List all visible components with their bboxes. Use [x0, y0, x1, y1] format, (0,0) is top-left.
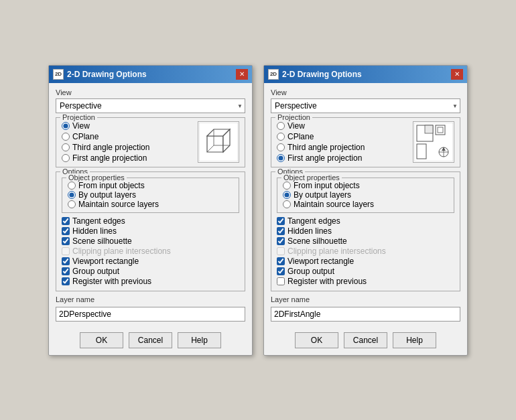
obj-props-radio-label-2: Maintain source layers [294, 200, 374, 209]
projection-radio-label-0: View [287, 121, 305, 131]
projection-radio-3[interactable] [277, 154, 285, 162]
dialogs-container: 2D 2-D Drawing Options ✕ View Perspectiv… [35, 52, 481, 369]
obj-props-radio-2[interactable] [283, 200, 291, 208]
obj-props-label: Object properties [66, 173, 127, 182]
checkbox-5[interactable] [62, 267, 70, 275]
checkbox-label-2: Scene silhouette [72, 236, 132, 246]
obj-props-radio-label-1: By output layers [78, 190, 136, 200]
projection-radio-2[interactable] [62, 143, 70, 151]
button-row: OK Cancel Help [264, 327, 467, 355]
projection-radio-1[interactable] [62, 133, 70, 141]
checkbox-row-6: Register with previous [277, 277, 454, 286]
projection-image [198, 121, 239, 163]
checkbox-row-4: Viewport rectangle [277, 257, 454, 266]
checkbox-6[interactable] [62, 277, 70, 285]
checkbox-label-1: Hidden lines [287, 226, 332, 236]
checkbox-label-4: Viewport rectangle [72, 257, 139, 266]
projection-area: View CPlane Third angle projection [62, 121, 239, 163]
obj-props-radio-1[interactable] [68, 191, 76, 199]
svg-rect-12 [417, 144, 426, 159]
checkbox-2[interactable] [62, 237, 70, 245]
ok-button[interactable]: OK [295, 332, 338, 348]
checkbox-3[interactable] [62, 247, 70, 255]
cancel-button[interactable]: Cancel [129, 332, 172, 348]
obj-props-radio-0[interactable] [68, 182, 76, 190]
obj-props-radio-row-0: From input objects [68, 181, 233, 190]
options-group: Options Object properties From input obj… [56, 171, 245, 291]
checkbox-row-5: Group output [277, 267, 454, 276]
projection-radio-row-2: Third angle projection [62, 143, 192, 152]
close-button[interactable]: ✕ [451, 69, 463, 80]
button-row: OK Cancel Help [49, 327, 252, 355]
projection-group-label: Projection [275, 113, 312, 121]
checkbox-label-4: Viewport rectangle [287, 257, 354, 266]
checkbox-4[interactable] [277, 257, 285, 265]
checkbox-5[interactable] [277, 267, 285, 275]
layer-name-label: Layer name [271, 295, 460, 303]
checkbox-0[interactable] [62, 217, 70, 225]
close-button[interactable]: ✕ [236, 69, 248, 80]
checkbox-3[interactable] [277, 247, 285, 255]
cancel-button[interactable]: Cancel [344, 332, 387, 348]
projection-radio-0[interactable] [277, 122, 285, 130]
obj-props-radio-0[interactable] [283, 182, 291, 190]
projection-group: Projection View CPlane [271, 117, 460, 167]
dialog-body: View Perspective ▼ Projection [49, 83, 252, 327]
projection-radio-row-3: First angle projection [277, 153, 407, 163]
projection-radio-group: View CPlane Third angle projection [62, 121, 192, 163]
checkbox-6[interactable] [277, 277, 285, 285]
checkbox-label-6: Register with previous [72, 277, 151, 286]
projection-radio-row-1: CPlane [62, 132, 192, 141]
checkbox-row-3: Clipping plane intersections [277, 247, 454, 256]
dialog-title: 2-D Drawing Options [282, 70, 362, 79]
view-dropdown[interactable]: Perspective [271, 98, 460, 113]
help-button[interactable]: Help [178, 332, 221, 348]
projection-radio-3[interactable] [62, 154, 70, 162]
checkbox-label-5: Group output [287, 267, 334, 276]
layer-name-input[interactable] [56, 307, 245, 322]
projection-radio-row-2: Third angle projection [277, 143, 407, 152]
svg-rect-9 [425, 125, 433, 133]
obj-props-radio-label-2: Maintain source layers [78, 200, 159, 209]
checkbox-row-0: Tangent edges [62, 216, 239, 226]
projection-radio-2[interactable] [277, 143, 285, 151]
layer-name-label: Layer name [56, 295, 245, 303]
help-button[interactable]: Help [393, 332, 436, 348]
checkbox-2[interactable] [277, 237, 285, 245]
projection-radio-label-3: First angle projection [72, 153, 147, 163]
obj-props-radio-1[interactable] [283, 191, 291, 199]
app-icon: 2D [53, 69, 64, 80]
obj-props-group: Object properties From input objects By … [62, 178, 239, 213]
checkbox-row-2: Scene silhouette [277, 236, 454, 246]
obj-props-label: Object properties [281, 173, 342, 182]
ok-button[interactable]: OK [80, 332, 123, 348]
checkbox-label-0: Tangent edges [287, 216, 340, 226]
checkbox-1[interactable] [277, 227, 285, 235]
dialog-left: 2D 2-D Drawing Options ✕ View Perspectiv… [48, 65, 253, 356]
obj-props-radio-label-0: From input objects [294, 181, 360, 190]
checkbox-label-5: Group output [72, 267, 119, 276]
checkbox-label-3: Clipping plane intersections [72, 247, 171, 256]
checkbox-4[interactable] [62, 257, 70, 265]
view-dropdown[interactable]: Perspective [56, 98, 245, 113]
dialog-title: 2-D Drawing Options [67, 70, 147, 79]
projection-radio-0[interactable] [62, 122, 70, 130]
obj-props-radio-2[interactable] [68, 200, 76, 208]
titlebar: 2D 2-D Drawing Options ✕ [264, 66, 467, 83]
projection-radio-label-1: CPlane [287, 132, 314, 141]
projection-image [413, 121, 454, 163]
view-section-label: View [271, 88, 460, 96]
checkbox-row-2: Scene silhouette [62, 236, 239, 246]
projection-radio-1[interactable] [277, 133, 285, 141]
checkbox-row-0: Tangent edges [277, 216, 454, 226]
checkbox-row-6: Register with previous [62, 277, 239, 286]
checkbox-row-1: Hidden lines [62, 226, 239, 236]
obj-props-radio-row-2: Maintain source layers [68, 200, 233, 209]
checkbox-label-1: Hidden lines [72, 226, 117, 236]
checkbox-0[interactable] [277, 217, 285, 225]
checkbox-1[interactable] [62, 227, 70, 235]
projection-radio-label-0: View [72, 121, 90, 131]
projection-radio-label-1: CPlane [72, 132, 99, 141]
layer-name-input[interactable] [271, 307, 460, 322]
checkbox-label-0: Tangent edges [72, 216, 125, 226]
